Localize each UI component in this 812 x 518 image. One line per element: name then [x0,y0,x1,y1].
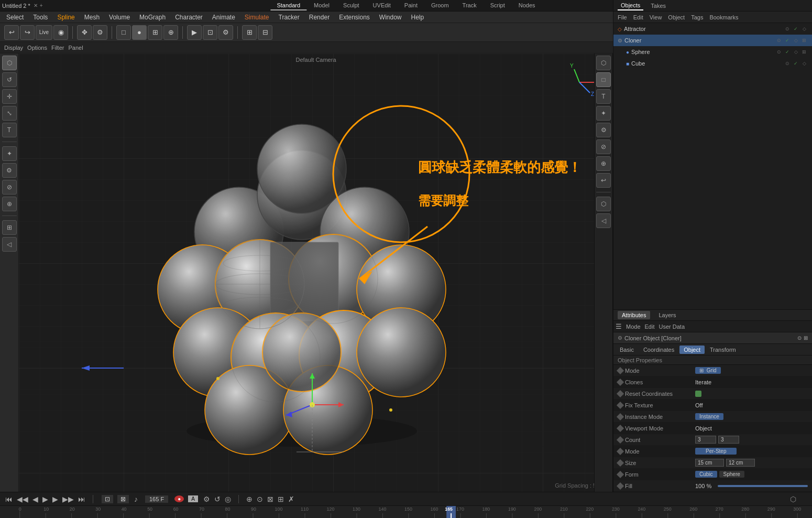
menu-character[interactable]: Character [171,13,207,21]
attr-tab-basic[interactable]: Basic [616,346,638,354]
cloner-lock-icon[interactable]: ⊞ [804,335,808,341]
right-icon-3[interactable]: T [596,89,611,104]
sub-display[interactable]: Display [4,45,23,51]
cloner-more[interactable]: ⊞ [800,37,808,44]
sphere-more[interactable]: ⊞ [800,48,808,56]
sub-panel[interactable]: Panel [68,45,83,51]
tab-script[interactable]: Script [484,1,511,10]
scale-button[interactable]: ⚙ [93,25,107,40]
cloner-tag[interactable]: ◇ [792,37,799,44]
text-tool-btn[interactable]: T [2,123,17,137]
joint-tool-btn[interactable]: ⊞ [2,220,17,235]
right-icon-10[interactable]: ◁ [596,213,611,228]
key3-btn[interactable]: ⊠ [266,495,275,503]
obj-mode-button[interactable]: ◉ [53,25,68,40]
attr-tab-object[interactable]: Object [679,346,705,354]
record-btn[interactable]: ● [174,495,184,502]
obj-edit[interactable]: Edit [631,14,645,21]
prev-frame-btn[interactable]: ◀ [31,495,39,503]
audio-btn[interactable]: ♪ [133,495,139,503]
frame-type2-btn[interactable]: ⊠ [117,495,129,503]
attr-userdata[interactable]: User Data [659,323,685,330]
tab-model[interactable]: Model [308,1,336,10]
render-settings-button[interactable]: ⚙ [218,25,233,40]
menu-mograph[interactable]: MoGraph [135,13,170,21]
sub-filter[interactable]: Filter [51,45,64,51]
attr-mode[interactable]: Mode [626,323,641,330]
right-icon-8[interactable]: ↩ [596,173,611,188]
attr-tab-coordinates[interactable]: Coordinates [639,346,678,354]
prop-count-input2[interactable] [718,436,739,444]
go-start-btn[interactable]: ⏮ [4,495,14,503]
key2-btn[interactable]: ⊙ [256,495,264,503]
render-button[interactable]: ▶ [187,25,202,40]
tab-paint[interactable]: Paint [398,1,424,10]
menu-tools[interactable]: Tools [29,13,52,21]
settings-btn[interactable]: ⚙ [202,495,211,503]
loop-btn[interactable]: ↺ [213,495,222,503]
close-icon[interactable]: ✕ [34,3,38,8]
tab-objects[interactable]: Objects [618,1,643,10]
attractor-check[interactable]: ✓ [792,25,799,33]
prop-form-cubic-btn[interactable]: Cubic [695,471,717,478]
right-icon-9[interactable]: ⬡ [596,197,611,211]
paint-tool-btn[interactable]: ✦ [2,146,17,161]
right-icon-6[interactable]: ⊘ [596,139,611,154]
frame-type-btn[interactable]: ⊡ [102,495,113,503]
menu-volume[interactable]: Volume [105,13,134,21]
live-button[interactable]: Live [36,25,52,40]
step-fwd-btn[interactable]: ▶▶ [61,495,75,503]
menu-render[interactable]: Render [305,13,334,21]
prop-form-sphere-btn[interactable]: Sphere [719,471,744,478]
expand-icon[interactable]: ⬡ [790,495,796,503]
knife-tool-btn[interactable]: ⊘ [2,180,17,195]
cloner-settings-icon[interactable]: ⊙ [797,335,802,341]
menu-help[interactable]: Help [407,13,429,21]
3d-viewport[interactable]: X Y Z Default Camera 圓球缺乏柔體柔軟的感覺！ 需要調整 G… [19,53,613,492]
tab-groom[interactable]: Groom [425,1,455,10]
sphere-button[interactable]: ● [132,25,147,40]
redo-button[interactable]: ↪ [20,25,35,40]
cube-vis[interactable]: ⊙ [784,60,791,67]
menu-extensions[interactable]: Extensions [335,13,374,21]
attractor-vis[interactable]: ⊙ [784,25,791,33]
prop-size-input1[interactable] [695,459,724,467]
rotate-tool-btn[interactable]: ↺ [2,72,17,87]
magnet-tool-btn[interactable]: ⊕ [2,197,17,211]
menu-mesh[interactable]: Mesh [80,13,104,21]
tab-standard[interactable]: Standard [270,1,306,10]
prop-mode-btn[interactable]: ⊞ Grid [695,367,721,374]
menu-select[interactable]: Select [2,13,28,21]
cloner-vis[interactable]: ⊙ [775,37,783,44]
axes-button[interactable]: ⊕ [163,25,178,40]
go-end-btn[interactable]: ⏭ [77,495,86,503]
key1-btn[interactable]: ⊕ [245,495,254,503]
prop-reset-checkbox[interactable] [695,391,701,397]
prop-fill-slider[interactable] [718,485,808,487]
auto-btn[interactable]: A [188,495,198,502]
snap-button[interactable]: ⊞ [242,25,257,40]
menu-window[interactable]: Window [375,13,406,21]
sphere-vis[interactable]: ⊙ [775,48,783,56]
sub-options[interactable]: Options [27,45,47,51]
camera-tool-btn[interactable]: ◁ [2,237,17,252]
time-ruler[interactable]: 0 10 20 30 40 50 60 70 80 90 1 [0,506,812,518]
attr-edit[interactable]: Edit [645,323,655,330]
tab-uvedit[interactable]: UVEdit [367,1,397,10]
prop-count-input1[interactable] [695,436,716,444]
sphere-tag[interactable]: ◇ [792,48,799,56]
obj-object[interactable]: Object [666,14,687,21]
add-tab-icon[interactable]: + [40,3,43,8]
menu-animate[interactable]: Animate [208,13,239,21]
right-icon-1[interactable]: ⬡ [596,56,611,70]
sculpt-tool-btn[interactable]: ⚙ [2,163,17,178]
frame-display[interactable]: 165 F [145,495,168,503]
obj-item-attractor[interactable]: ◇ Attractor ⊙ ✓ ◇ [613,23,812,35]
scale-tool-btn2[interactable]: ⤡ [2,106,17,121]
select-tool-btn[interactable]: ⬡ [2,56,17,70]
key5-btn[interactable]: ✗ [287,495,295,503]
sphere-check[interactable]: ✓ [784,48,791,56]
menu-spline[interactable]: Spline [53,13,79,21]
tab-nodes[interactable]: Nodes [512,1,542,10]
render-region-button[interactable]: ⊡ [203,25,217,40]
